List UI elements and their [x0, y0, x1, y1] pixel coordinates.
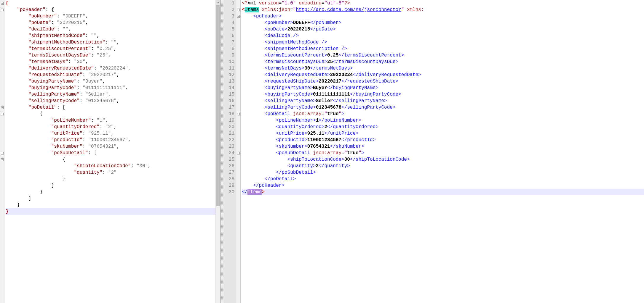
- code-line[interactable]: "unitPrice": "925.11",: [6, 130, 215, 137]
- code-line[interactable]: "poHeader": {: [6, 7, 215, 13]
- code-line[interactable]: <shipToLocationCode>30</shipToLocationCo…: [242, 156, 644, 163]
- code-line[interactable]: "poLineNumber": "1",: [6, 117, 215, 124]
- line-number[interactable]: 8: [225, 46, 234, 52]
- code-line[interactable]: "poSubDetail": [: [6, 150, 215, 156]
- line-number[interactable]: 5: [225, 26, 234, 33]
- fold-toggle-icon[interactable]: [237, 152, 240, 154]
- right-code-area[interactable]: <?xml version="1.0" encoding="utf-8"?><I…: [241, 0, 644, 303]
- line-number[interactable]: 4: [225, 20, 234, 26]
- line-number[interactable]: 15: [225, 91, 234, 98]
- code-line[interactable]: "sellingPartyCode": "012345678",: [6, 98, 215, 104]
- xml-editor[interactable]: 1234567891011121314151617181920212223242…: [223, 0, 644, 303]
- scroll-up-icon[interactable]: ▲: [216, 0, 220, 5]
- code-line[interactable]: "poDetail": [: [6, 104, 215, 111]
- line-number[interactable]: 19: [225, 117, 234, 124]
- line-number[interactable]: 14: [225, 85, 234, 91]
- code-line[interactable]: <requestedShipDate>20220217</requestedSh…: [242, 78, 644, 85]
- code-line[interactable]: <poHeader>: [242, 13, 644, 20]
- code-line[interactable]: <termsDiscountDaysDue>25</termsDiscountD…: [242, 59, 644, 65]
- code-line[interactable]: <dealCode />: [242, 33, 644, 39]
- fold-toggle-icon[interactable]: [237, 15, 240, 18]
- left-fold-gutter[interactable]: [0, 0, 4, 303]
- code-line[interactable]: "poNumber": "DDEEFF",: [6, 13, 215, 20]
- line-number[interactable]: 27: [225, 169, 234, 176]
- code-line[interactable]: "productId": "110001234567",: [6, 137, 215, 143]
- line-number[interactable]: 1: [225, 0, 234, 7]
- line-number[interactable]: 26: [225, 163, 234, 169]
- fold-toggle-icon[interactable]: [237, 113, 240, 115]
- fold-toggle-icon[interactable]: [1, 152, 4, 154]
- code-line[interactable]: "termsDiscountDaysDue": "25",: [6, 52, 215, 59]
- line-number[interactable]: 10: [225, 59, 234, 65]
- code-line[interactable]: "shipmentMethodCode": "",: [6, 33, 215, 39]
- code-line[interactable]: <Items xmlns:json="http://arc.cdata.com/…: [242, 7, 644, 13]
- line-number[interactable]: 9: [225, 52, 234, 59]
- code-line[interactable]: "quantity": "2": [6, 169, 215, 176]
- line-number[interactable]: 3: [225, 13, 234, 20]
- code-line[interactable]: "termsDiscountPercent": "0.25",: [6, 46, 215, 52]
- line-number[interactable]: 23: [225, 143, 234, 150]
- code-line[interactable]: <termsDiscountPercent>0.25</termsDiscoun…: [242, 52, 644, 59]
- line-number[interactable]: 6: [225, 33, 234, 39]
- line-number[interactable]: 12: [225, 72, 234, 78]
- code-line[interactable]: <skuNumber>07654321</skuNumber>: [242, 143, 644, 150]
- code-line[interactable]: <buyingPartyCode>0111111111111</buyingPa…: [242, 91, 644, 98]
- pane-splitter[interactable]: [221, 0, 223, 303]
- line-number[interactable]: 22: [225, 137, 234, 143]
- code-line[interactable]: }: [6, 176, 215, 182]
- code-line[interactable]: <shipmentMethodCode />: [242, 39, 644, 46]
- code-line[interactable]: "shipToLocationCode": "30",: [6, 163, 215, 169]
- right-line-gutter[interactable]: 1234567891011121314151617181920212223242…: [223, 0, 236, 303]
- code-line[interactable]: <shipmentMethodDescription />: [242, 46, 644, 52]
- fold-toggle-icon[interactable]: [1, 158, 4, 161]
- code-line[interactable]: "quantityOrdered": "2",: [6, 124, 215, 130]
- line-number[interactable]: 17: [225, 104, 234, 111]
- fold-toggle-icon[interactable]: [1, 113, 4, 115]
- code-line[interactable]: "skuNumber": "07654321",: [6, 143, 215, 150]
- code-line[interactable]: {: [6, 0, 215, 7]
- json-editor[interactable]: { "poHeader": { "poNumber": "DDEEFF", "p…: [0, 0, 220, 303]
- fold-toggle-icon[interactable]: [1, 2, 4, 5]
- code-line[interactable]: <quantity>2</quantity>: [242, 163, 644, 169]
- code-line[interactable]: <sellingPartyName>Seller</sellingPartyNa…: [242, 98, 644, 104]
- code-line[interactable]: <poDetail json:array="true">: [242, 111, 644, 117]
- code-line[interactable]: <unitPrice>925.11</unitPrice>: [242, 130, 644, 137]
- code-line[interactable]: <poDate>20220215</poDate>: [242, 26, 644, 33]
- line-number[interactable]: 16: [225, 98, 234, 104]
- code-line[interactable]: <deliveryRequestedDate>20220224</deliver…: [242, 72, 644, 78]
- fold-toggle-icon[interactable]: [1, 106, 4, 109]
- code-line[interactable]: <termsNetDays>30</termsNetDays>: [242, 65, 644, 72]
- line-number[interactable]: 29: [225, 182, 234, 189]
- code-line[interactable]: "buyingPartyName": "Buyer",: [6, 78, 215, 85]
- code-line[interactable]: }: [6, 189, 215, 195]
- code-line[interactable]: "sellingPartyName": "Seller",: [6, 91, 215, 98]
- code-line[interactable]: }: [6, 202, 215, 208]
- line-number[interactable]: 21: [225, 130, 234, 137]
- code-line[interactable]: "dealCode": "",: [6, 26, 215, 33]
- line-number[interactable]: 7: [225, 39, 234, 46]
- line-number[interactable]: 13: [225, 78, 234, 85]
- code-line[interactable]: "poDate": "20220215",: [6, 20, 215, 26]
- code-line[interactable]: <productId>110001234567</productId>: [242, 137, 644, 143]
- code-line[interactable]: {: [6, 156, 215, 163]
- code-line[interactable]: "deliveryRequestedDate": "20220224",: [6, 65, 215, 72]
- code-line[interactable]: </poSubDetail>: [242, 169, 644, 176]
- code-line[interactable]: </Items>: [242, 189, 644, 195]
- left-code-area[interactable]: { "poHeader": { "poNumber": "DDEEFF", "p…: [4, 0, 215, 303]
- code-line[interactable]: <poNumber>DDEEFF</poNumber>: [242, 20, 644, 26]
- code-line[interactable]: "shipmentMethodDescription": "",: [6, 39, 215, 46]
- scroll-thumb[interactable]: [216, 5, 220, 206]
- code-line[interactable]: <?xml version="1.0" encoding="utf-8"?>: [242, 0, 644, 7]
- code-line[interactable]: ]: [6, 182, 215, 189]
- code-line[interactable]: </poDetail>: [242, 176, 644, 182]
- code-line[interactable]: "termsNetDays": "30",: [6, 59, 215, 65]
- code-line[interactable]: "buyingPartyCode": "0111111111111",: [6, 85, 215, 91]
- line-number[interactable]: 11: [225, 65, 234, 72]
- line-number[interactable]: 28: [225, 176, 234, 182]
- line-number[interactable]: 2: [225, 7, 234, 13]
- line-number[interactable]: 20: [225, 124, 234, 130]
- line-number[interactable]: 18: [225, 111, 234, 117]
- code-line[interactable]: </poHeader>: [242, 182, 644, 189]
- code-line[interactable]: <poSubDetail json:array="true">: [242, 150, 644, 156]
- line-number[interactable]: 25: [225, 156, 234, 163]
